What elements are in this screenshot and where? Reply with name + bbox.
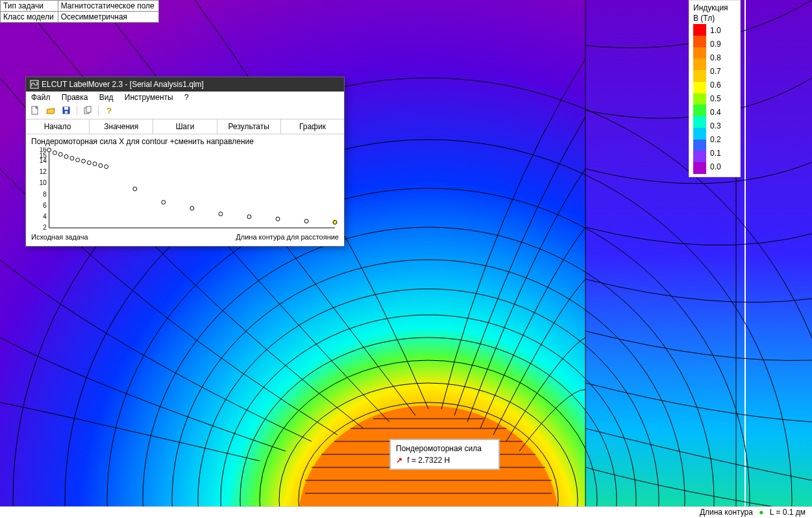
svg-text:2: 2 [43, 224, 47, 231]
labelmover-tabs[interactable]: Начало Значения Шаги Результаты График [26, 119, 344, 134]
plot-title: Пондеромоторная сила X для contour +смен… [29, 137, 341, 147]
new-icon[interactable] [29, 105, 42, 116]
labelmover-body: Пондеромоторная сила X для contour +смен… [26, 134, 344, 246]
legend-color-bar [693, 24, 706, 174]
svg-point-59 [304, 219, 308, 223]
color-legend: Индукция B (Тл) 1.00.90.80.70.60.50.40.3… [689, 0, 741, 177]
svg-text:4: 4 [43, 213, 47, 220]
svg-point-53 [133, 187, 137, 191]
info-key-model-class: Класс модели [1, 12, 58, 23]
save-icon[interactable] [60, 105, 73, 116]
labelmover-title: ELCUT LabelMover 2.3 - [Serial Analysis1… [42, 80, 204, 89]
labelmover-titlebar[interactable]: ELCUT LabelMover 2.3 - [Serial Analysis1… [26, 77, 344, 92]
app-icon [30, 80, 39, 89]
svg-point-49 [87, 161, 91, 165]
svg-text:6: 6 [43, 202, 47, 209]
arrow-icon: ↗ [396, 456, 402, 465]
legend-ticks: 1.00.90.80.70.60.50.40.30.20.10.0 [710, 24, 721, 174]
status-label: Длина контура [700, 508, 753, 517]
info-val-task-type: Магнитостатическое поле [58, 1, 158, 12]
svg-point-48 [82, 159, 86, 163]
status-bullet-icon: ● [759, 508, 763, 517]
force-value: f = 2.7322 Н [407, 456, 450, 465]
plot-xlabel-left: Исходная задача [31, 233, 88, 241]
open-icon[interactable] [44, 105, 57, 116]
svg-point-46 [70, 156, 74, 160]
svg-text:14: 14 [40, 157, 47, 164]
copy-icon[interactable] [81, 105, 94, 116]
status-bar: Длина контура ● L = 0.1 дм [0, 506, 812, 518]
legend-title-2: B (Тл) [693, 14, 736, 23]
svg-point-54 [162, 201, 166, 204]
info-key-task-type: Тип задачи [1, 1, 58, 12]
svg-rect-27 [64, 107, 68, 110]
svg-point-57 [247, 215, 251, 219]
svg-point-58 [276, 217, 280, 221]
svg-rect-30 [86, 106, 91, 112]
tab-start[interactable]: Начало [26, 119, 90, 134]
menu-tools[interactable]: Инструменты [122, 92, 180, 103]
svg-point-56 [219, 212, 223, 216]
labelmover-menubar[interactable]: Файл Правка Вид Инструменты ? [26, 92, 344, 103]
svg-point-50 [93, 162, 97, 166]
toolbar-separator [77, 105, 77, 116]
svg-text:8: 8 [43, 191, 47, 198]
problem-info-table: Тип задачи Магнитостатическое поле Класс… [0, 0, 159, 23]
labelmover-toolbar: ? [26, 103, 344, 119]
svg-point-52 [105, 165, 108, 169]
svg-point-45 [64, 154, 68, 158]
svg-rect-28 [65, 111, 68, 114]
svg-text:10: 10 [40, 179, 47, 186]
svg-text:12: 12 [40, 168, 47, 175]
tab-steps[interactable]: Шаги [153, 119, 217, 134]
svg-point-44 [58, 153, 62, 156]
menu-help[interactable]: ? [182, 92, 195, 103]
svg-point-55 [190, 206, 194, 210]
labelmover-plot[interactable]: 16151412108642 [31, 147, 339, 232]
info-val-model-class: Осесимметричная [58, 12, 158, 23]
force-tooltip: Пондеромоторная сила ↗ f = 2.7322 Н [389, 439, 500, 470]
force-title: Пондеромоторная сила [396, 444, 482, 453]
toolbar-separator [98, 105, 99, 116]
svg-point-60 [333, 220, 337, 224]
svg-point-51 [99, 164, 103, 167]
svg-point-42 [47, 148, 51, 152]
tab-values[interactable]: Значения [90, 119, 153, 134]
plot-xlabel-right: Длина контура для расстояние [236, 233, 339, 241]
menu-file[interactable]: Файл [29, 92, 57, 103]
svg-point-43 [53, 151, 56, 154]
status-value: L = 0.1 дм [770, 508, 806, 517]
tab-chart[interactable]: График [281, 119, 344, 134]
legend-title-1: Индукция [693, 3, 736, 12]
menu-view[interactable]: Вид [97, 92, 120, 103]
labelmover-window[interactable]: ELCUT LabelMover 2.3 - [Serial Analysis1… [25, 77, 345, 247]
svg-point-47 [76, 158, 80, 162]
menu-edit[interactable]: Правка [59, 92, 95, 103]
tab-results[interactable]: Результаты [217, 119, 281, 134]
help-icon[interactable]: ? [103, 105, 116, 116]
